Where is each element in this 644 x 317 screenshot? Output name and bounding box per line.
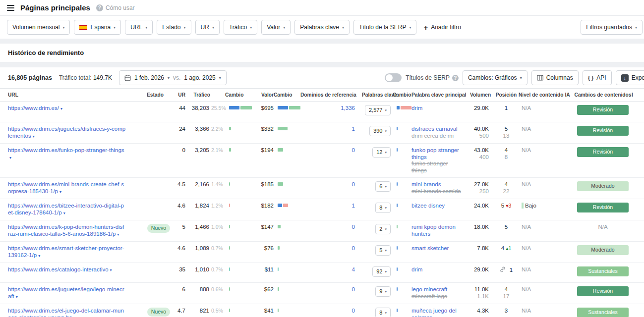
- position-cell: 4▴1: [494, 242, 519, 263]
- referring-domains-link[interactable]: 0: [352, 308, 355, 314]
- top-bar: Páginas principales ? Cómo usar: [0, 0, 644, 16]
- ai-content-level-cell: N/A: [519, 263, 574, 282]
- referring-domains-link[interactable]: 0: [352, 181, 355, 187]
- filter-chip-estado[interactable]: Estado▾: [157, 20, 191, 35]
- page-url-link[interactable]: https://www.drim.es/el-juego-del-calamar…: [8, 308, 126, 317]
- date-range-picker[interactable]: 1 feb. 2026 ▾ vs. 1 ago. 2025 ▾: [119, 70, 227, 85]
- column-header-i[interactable]: I: [632, 89, 644, 101]
- referring-domains-link[interactable]: 0: [352, 224, 355, 230]
- changes-mode-button[interactable]: Cambios: Gráficos ▾: [463, 70, 527, 85]
- referring-domains-link[interactable]: 4: [352, 266, 355, 272]
- overflow-cell: [632, 178, 644, 199]
- column-header-posición[interactable]: Posición: [494, 89, 519, 101]
- main-keyword-link[interactable]: lego minecraft: [411, 286, 447, 293]
- main-keyword-link[interactable]: muñeca juego del calamar: [411, 308, 463, 317]
- ai-content-level-cell: N/A: [519, 220, 574, 241]
- column-header-cambio[interactable]: Cambio: [393, 89, 411, 101]
- referring-domains-link[interactable]: 0: [352, 147, 355, 153]
- main-keyword-link[interactable]: bitzee disney: [411, 203, 445, 210]
- saved-filters-button[interactable]: Filtros guardados ▾: [581, 20, 643, 35]
- filter-chip-valor[interactable]: Valor▾: [261, 20, 291, 35]
- column-header-volumen[interactable]: Volumen: [470, 89, 494, 101]
- referring-domains-link[interactable]: 1: [352, 126, 355, 132]
- filter-chip-palabras-clave[interactable]: Palabras clave▾: [294, 20, 350, 35]
- main-keyword-link[interactable]: drim: [411, 266, 422, 273]
- keywords-dropdown[interactable]: 8▾: [375, 203, 391, 213]
- export-button[interactable]: ↓ Expo: [616, 70, 644, 85]
- keywords-dropdown[interactable]: 2,577▾: [365, 105, 391, 115]
- value-change-cell: [274, 178, 300, 199]
- menu-icon[interactable]: [7, 5, 14, 11]
- traffic-change-bar: [225, 127, 252, 130]
- main-keyword-link[interactable]: rumi kpop demon hunters: [411, 224, 463, 237]
- chevron-down-icon: ▾: [184, 25, 186, 30]
- main-keyword-link[interactable]: disfraces carnaval: [411, 126, 458, 133]
- keywords-dropdown[interactable]: 5▾: [375, 245, 391, 256]
- filter-chip-ur[interactable]: UR▾: [195, 20, 220, 35]
- secondary-volume: 1.1K: [470, 293, 489, 300]
- status-badge: Nuevo: [147, 224, 170, 233]
- referring-domains-link[interactable]: 0: [352, 286, 355, 292]
- date-to[interactable]: 1 ago. 2025: [184, 74, 215, 81]
- traffic-change-cell: [225, 283, 252, 304]
- main-keyword-link[interactable]: drim: [411, 105, 422, 112]
- position-cell: 48: [494, 144, 519, 177]
- main-keyword-link[interactable]: funko pop stranger things: [411, 147, 463, 160]
- keywords-dropdown[interactable]: 2▾: [375, 224, 391, 234]
- referring-domains-link[interactable]: 1: [352, 203, 355, 209]
- column-header-nivel-de-contenido-ia[interactable]: Nivel de contenido IA: [519, 89, 574, 101]
- date-from[interactable]: 1 feb. 2026: [134, 74, 164, 81]
- traffic-percent: 1.0%: [211, 224, 223, 231]
- column-header-cambios-de-contenidos[interactable]: Cambios de contenidos: [574, 89, 632, 101]
- keywords-dropdown[interactable]: 92▾: [372, 266, 391, 277]
- page-url-link[interactable]: https://www.drim.es/smart-sketcher-proye…: [8, 245, 126, 259]
- ur-cell: 4.5: [171, 178, 185, 199]
- ai-content-level-cell: N/A: [519, 102, 574, 122]
- keywords-change-cell: [393, 220, 411, 241]
- add-filter-button[interactable]: + Añadir filtro: [420, 20, 464, 35]
- filter-chip-volumen-mensual[interactable]: Volumen mensual▾: [7, 20, 70, 35]
- keywords-dropdown[interactable]: 12▾: [372, 147, 391, 158]
- keywords-dropdown[interactable]: 8▾: [375, 308, 391, 317]
- braces-icon: { }: [588, 75, 594, 81]
- page-url-link[interactable]: https://www.drim.es/▾: [8, 105, 62, 112]
- column-header-tráfico[interactable]: Tráfico: [185, 89, 225, 101]
- column-header-valor[interactable]: Valor: [252, 89, 274, 101]
- main-keyword-link[interactable]: smart sketcher: [411, 245, 449, 252]
- column-header-ur[interactable]: UR: [171, 89, 185, 101]
- filter-chip-url[interactable]: URL▾: [125, 20, 153, 35]
- api-button[interactable]: { } API: [583, 70, 612, 85]
- main-keyword-link[interactable]: mini brands: [411, 181, 441, 188]
- column-header-url[interactable]: URL: [0, 89, 147, 101]
- columns-button[interactable]: Columnas: [531, 70, 579, 85]
- column-header-cambio[interactable]: Cambio: [225, 89, 252, 101]
- serp-titles-toggle[interactable]: [385, 73, 402, 82]
- page-url-link[interactable]: https://www.drim.es/bitzee-interactivo-d…: [8, 203, 126, 216]
- ur-cell: 5: [171, 220, 185, 241]
- page-url-link[interactable]: https://www.drim.es/catalogo-interactivo…: [8, 266, 112, 274]
- columns-icon: [537, 75, 543, 81]
- column-header-palabras-clave[interactable]: Palabras clave: [362, 89, 393, 101]
- keywords-dropdown[interactable]: 6▾: [375, 181, 391, 192]
- page-url-link[interactable]: https://www.drim.es/funko-pop-stranger-t…: [8, 147, 126, 161]
- column-header-dominios-de-referencia[interactable]: Dominios de referencia: [300, 89, 362, 101]
- how-to-use-link[interactable]: ? Cómo usar: [96, 4, 135, 11]
- ai-content-level-cell: N/A: [519, 304, 574, 317]
- column-header-cambio[interactable]: Cambio: [274, 89, 300, 101]
- keywords-dropdown[interactable]: 9▾: [375, 286, 391, 297]
- keywords-dropdown[interactable]: 390▾: [369, 126, 391, 136]
- filter-chip-tráfico[interactable]: Tráfico▾: [224, 20, 257, 35]
- referring-domains-link[interactable]: 0: [352, 245, 355, 251]
- estado-cell: [147, 178, 171, 199]
- page-url-link[interactable]: https://www.drim.es/mini-brands-create-c…: [8, 181, 126, 195]
- page-url-link[interactable]: https://www.drim.es/juguetes/lego/lego-m…: [8, 286, 126, 300]
- page-url-link[interactable]: https://www.drim.es/k-pop-demon-hunters-…: [8, 224, 126, 238]
- column-header-estado[interactable]: Estado: [147, 89, 171, 101]
- position-cell: 5▾3: [494, 199, 519, 220]
- content-changes-cell: Sustanciales: [574, 304, 632, 317]
- filter-chip-españa[interactable]: España▾: [74, 20, 121, 35]
- column-header-palabra-clave-principal[interactable]: Palabra clave principal: [411, 89, 470, 101]
- page-url-link[interactable]: https://www.drim.es/juguetes/disfraces-y…: [8, 126, 126, 140]
- filter-chip-título-de-la-serp[interactable]: Título de la SERP▾: [353, 20, 416, 35]
- referring-domains-link[interactable]: 1,336: [341, 105, 355, 111]
